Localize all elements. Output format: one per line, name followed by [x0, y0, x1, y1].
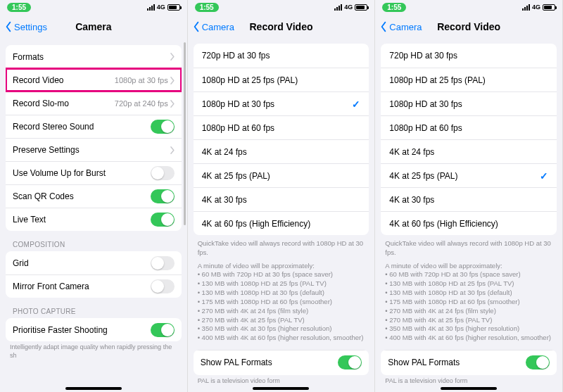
option-label: 4K at 60 fps (High Efficiency) [389, 219, 498, 229]
network-label: 4G [344, 4, 353, 11]
option-label: 4K at 30 fps [389, 195, 434, 205]
header-photo-capture: PHOTO CAPTURE [13, 308, 175, 315]
back-label: Camera [389, 22, 422, 32]
network-label: 4G [532, 4, 540, 11]
chevron-left-icon [379, 21, 388, 32]
video-option[interactable]: 4K at 24 fps [381, 139, 557, 163]
row-detail: 720p at 240 fps [115, 99, 168, 108]
back-label: Camera [202, 22, 234, 32]
status-time: 1:55 [195, 3, 219, 12]
toggle-qr[interactable] [151, 189, 175, 203]
video-option[interactable]: 1080p HD at 30 fps [381, 91, 557, 115]
group-pal: Show PAL Formats [194, 350, 369, 375]
status-bar: 1:55 4G [188, 0, 375, 14]
footer-note: Intelligently adapt image quality when r… [0, 341, 187, 360]
toggle-pal[interactable] [338, 355, 362, 369]
screen-record-video-a: 1:55 4G Camera Record Video 720p HD at 3… [188, 0, 376, 392]
back-label: Settings [14, 22, 47, 32]
signal-icon [334, 4, 342, 11]
status-time: 1:55 [382, 3, 406, 12]
option-label: 4K at 25 fps (PAL) [202, 171, 270, 181]
option-label: 1080p HD at 60 fps [202, 123, 274, 133]
option-label: 4K at 25 fps (PAL) [389, 171, 457, 181]
row-record-slomo[interactable]: Record Slo-mo 720p at 240 fps [6, 91, 182, 115]
option-label: 1080p HD at 25 fps (PAL) [202, 75, 298, 85]
checkmark-icon: ✓ [352, 99, 360, 110]
signal-icon [522, 4, 530, 11]
row-mirror-front[interactable]: Mirror Front Camera [6, 274, 182, 298]
chevron-right-icon [170, 53, 175, 61]
row-grid[interactable]: Grid [6, 251, 182, 274]
back-button[interactable]: Camera [379, 21, 422, 32]
back-button[interactable]: Camera [192, 21, 234, 32]
nav-bar: Camera Record Video [188, 14, 375, 39]
back-button[interactable]: Settings [4, 21, 47, 32]
row-label: Record Stereo Sound [13, 122, 151, 132]
video-option[interactable]: 1080p HD at 25 fps (PAL) [194, 68, 369, 91]
video-option[interactable]: 1080p HD at 60 fps [381, 115, 557, 139]
video-option[interactable]: 4K at 25 fps (PAL)✓ [381, 163, 557, 187]
toggle-live-text[interactable] [151, 213, 175, 227]
video-option[interactable]: 4K at 30 fps [381, 187, 557, 211]
toggle-prioritise[interactable] [151, 323, 175, 337]
video-option[interactable]: 4K at 60 fps (High Efficiency) [194, 211, 369, 235]
group-main: Formats Record Video 1080p at 30 fps Rec… [6, 45, 182, 231]
status-right: 4G [147, 4, 180, 11]
row-live-text[interactable]: Live Text [6, 208, 182, 231]
row-label: Show PAL Formats [201, 358, 339, 367]
row-stereo-sound[interactable]: Record Stereo Sound [6, 115, 182, 138]
pal-footer: PAL is a television video form [188, 375, 375, 386]
nav-bar: Camera Record Video [375, 14, 562, 39]
row-record-video[interactable]: Record Video 1080p at 30 fps [6, 68, 182, 91]
group-photo-capture: Prioritise Faster Shooting [6, 318, 182, 341]
footer-note: QuickTake video will always record with … [375, 235, 562, 347]
option-label: 4K at 24 fps [389, 147, 434, 157]
chevron-left-icon [4, 21, 13, 32]
row-volume-burst[interactable]: Use Volume Up for Burst [6, 161, 182, 184]
row-show-pal[interactable]: Show PAL Formats [381, 350, 557, 375]
nav-bar: Settings Camera [0, 14, 187, 39]
status-bar: 1:55 4G [375, 0, 562, 14]
row-label: Mirror Front Camera [13, 282, 151, 291]
video-option[interactable]: 4K at 60 fps (High Efficiency) [381, 211, 557, 235]
home-indicator [253, 387, 309, 390]
row-preserve-settings[interactable]: Preserve Settings [6, 138, 182, 161]
toggle-grid[interactable] [151, 256, 175, 270]
status-bar: 1:55 4G [0, 0, 187, 14]
screen-record-video-b: 1:55 4G Camera Record Video 720p HD at 3… [375, 0, 563, 392]
chevron-right-icon [170, 77, 175, 84]
screen-camera-settings: 1:55 4G Settings Camera Formats Record V… [0, 0, 188, 392]
header-composition: COMPOSITION [13, 241, 175, 248]
row-prioritise-shooting[interactable]: Prioritise Faster Shooting [6, 318, 182, 341]
option-label: 4K at 30 fps [202, 195, 247, 205]
row-label: Grid [13, 258, 151, 268]
footer-note: QuickTake video will always record with … [188, 235, 375, 347]
video-option[interactable]: 1080p HD at 30 fps✓ [194, 91, 369, 115]
video-option[interactable]: 720p HD at 30 fps [381, 44, 557, 68]
option-label: 1080p HD at 60 fps [389, 123, 462, 133]
signal-icon [147, 4, 155, 11]
video-option[interactable]: 720p HD at 30 fps [194, 44, 369, 68]
toggle-pal[interactable] [526, 355, 550, 369]
toggle-mirror[interactable] [151, 279, 175, 293]
row-formats[interactable]: Formats [6, 45, 182, 68]
option-label: 1080p HD at 30 fps [202, 99, 274, 109]
home-indicator [65, 387, 122, 390]
toggle-stereo[interactable] [151, 120, 175, 134]
home-indicator [441, 387, 497, 390]
row-label: Preserve Settings [13, 145, 170, 155]
row-label: Record Video [13, 75, 115, 85]
battery-icon [543, 4, 555, 11]
checkmark-icon: ✓ [540, 170, 548, 182]
video-option[interactable]: 1080p HD at 60 fps [194, 115, 369, 139]
option-label: 4K at 24 fps [202, 147, 247, 157]
video-option[interactable]: 4K at 30 fps [194, 187, 369, 211]
video-option[interactable]: 1080p HD at 25 fps (PAL) [381, 68, 557, 91]
row-show-pal[interactable]: Show PAL Formats [194, 350, 369, 375]
scrollbar[interactable] [184, 42, 186, 225]
row-scan-qr[interactable]: Scan QR Codes [6, 184, 182, 208]
row-label: Scan QR Codes [13, 191, 151, 201]
toggle-volume-burst[interactable] [151, 166, 175, 180]
video-option[interactable]: 4K at 24 fps [194, 139, 369, 163]
video-option[interactable]: 4K at 25 fps (PAL) [194, 163, 369, 187]
